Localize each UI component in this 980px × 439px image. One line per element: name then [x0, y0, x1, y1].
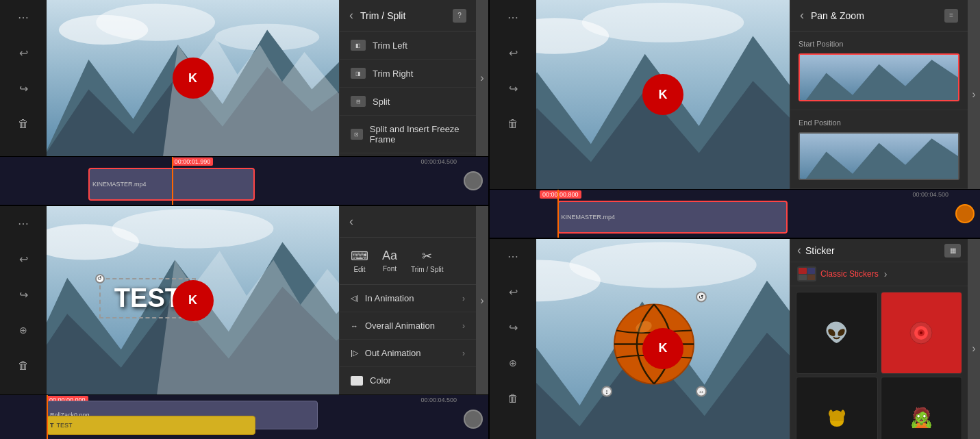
left-bottom-sidebar: ⋯ ↩ ↪ ⊕ 🗑	[0, 206, 47, 394]
back-btn-rt[interactable]: ‹	[800, 8, 804, 23]
delete-rt[interactable]: 🗑	[501, 112, 525, 136]
sticker-panel-header: ‹ Sticker ▦	[790, 239, 968, 262]
tl-text-indicator: T	[50, 422, 54, 429]
redo-lb[interactable]: ↪	[12, 283, 35, 306]
sticker-panel: ‹ Sticker ▦ Classic Stickers	[790, 239, 968, 439]
playhead-lt	[172, 157, 173, 205]
add-lb[interactable]: ⊕	[12, 318, 35, 342]
sticker-zombie[interactable]: 🧟	[881, 377, 963, 440]
right-top-section: ⋯ ↩ ↪ 🗑	[490, 0, 980, 189]
undo-icon[interactable]: ↩	[12, 41, 35, 64]
pan-zoom-panel: ‹ Pan & Zoom = Start Position	[790, 0, 968, 189]
sticker-category-row: Classic Stickers ›	[790, 262, 968, 286]
right-bottom-sidebar: ⋯ ↩ ↪ ⊕ 🗑	[490, 239, 536, 439]
sticker-handle-bl[interactable]: ↕	[601, 386, 612, 397]
category-label: Classic Stickers	[820, 269, 879, 279]
start-position-section: Start Position	[790, 32, 968, 110]
tl-time-right: 00:00:04.500	[420, 158, 457, 165]
pz-options-icon[interactable]: =	[944, 9, 958, 23]
category-chevron[interactable]: ›	[884, 268, 888, 279]
svg-point-34	[920, 331, 922, 334]
tl-clip-rt[interactable]: KINEMASTER.mp4	[557, 201, 788, 234]
sticker-handle-br[interactable]: ↔	[696, 386, 707, 397]
more-rt[interactable]: ⋯	[501, 5, 525, 29]
trim-right-item[interactable]: ◨ Trim Right	[340, 60, 476, 88]
right-arrow-rt[interactable]: ›	[968, 0, 980, 189]
delete-lb[interactable]: 🗑	[12, 354, 35, 377]
delete-rb[interactable]: 🗑	[501, 387, 525, 410]
trim-left-item[interactable]: ◧ Trim Left	[340, 32, 476, 60]
start-pos-thumbnail[interactable]	[799, 53, 959, 101]
right-bottom-section: ⋯ ↩ ↪ ⊕ 🗑	[490, 238, 980, 439]
rotate-handle-tl[interactable]: ↺	[95, 274, 105, 284]
trim-split-title: Trim / Split	[360, 10, 405, 21]
undo-rb[interactable]: ↩	[501, 280, 525, 303]
font-icon: Aa	[382, 249, 397, 263]
playhead-lb	[47, 395, 48, 439]
left-bottom-timeline: 00:00:00.000 00:00:04.500 RollZack0.png …	[0, 394, 488, 439]
in-animation-item[interactable]: ◁| In Animation	[340, 285, 476, 312]
start-pos-svg	[800, 55, 958, 100]
svg-point-24	[569, 242, 756, 288]
back-button-lt[interactable]: ‹	[349, 8, 353, 23]
scissors-icon: ✂	[422, 249, 432, 264]
add-rb[interactable]: ⊕	[501, 351, 525, 375]
more-rb[interactable]: ⋯	[501, 244, 525, 268]
split-item[interactable]: ⊟ Split	[340, 88, 476, 116]
out-anim-arrow	[462, 349, 465, 358]
tl-clip-lb-text[interactable]: T TEST	[47, 416, 255, 435]
more-options-lb[interactable]: ⋯	[12, 212, 35, 235]
trim-toolbar-btn[interactable]: ✂ Trim / Split	[405, 244, 449, 277]
overall-anim-icon: ↔	[351, 322, 358, 330]
back-btn-sticker[interactable]: ‹	[797, 243, 801, 258]
out-anim-icon: |▷	[351, 349, 358, 358]
tl-time-lb-right: 00:00:04.500	[420, 397, 457, 403]
timeline-circle-lb[interactable]	[464, 410, 483, 429]
svg-point-9	[112, 209, 274, 249]
edit-toolbar-btn[interactable]: ⌨ Edit	[345, 244, 374, 277]
edit-icon: ⌨	[351, 249, 368, 264]
timeline-circle-lt[interactable]	[464, 171, 483, 190]
help-icon[interactable]: ?	[453, 9, 466, 23]
sticker-alien[interactable]: 👽	[796, 292, 878, 374]
split-freeze-item[interactable]: ⊡ Split and Insert Freeze Frame	[340, 116, 476, 153]
undo-lb[interactable]: ↩	[12, 247, 35, 271]
kinemaster-logo-lt: K	[173, 58, 214, 99]
kinemaster-logo-lb: K	[173, 280, 214, 321]
tl-time-rt-right: 00:00:04.500	[912, 191, 948, 198]
tl-track-rt: 00:00:00.800 00:00:04.500 KINEMASTER.mp4	[536, 190, 955, 238]
overall-animation-item[interactable]: ↔ Overall Animation	[340, 312, 476, 340]
trim-left-icon: ◧	[351, 40, 366, 51]
end-pos-label: End Position	[799, 118, 959, 127]
in-anim-arrow	[462, 294, 465, 303]
split-freeze-icon: ⊡	[351, 129, 363, 140]
redo-rb[interactable]: ↪	[501, 316, 525, 339]
tl-track-lt: 00:00:01.990 00:00:04.500 KINEMASTER.mp4	[47, 157, 464, 205]
end-pos-svg	[800, 134, 958, 179]
right-arrow-lb[interactable]: ›	[476, 206, 488, 394]
trim-split-panel: ‹ Trim / Split ? ◧ Trim Left ◨ Trim Righ…	[339, 0, 476, 156]
out-animation-item[interactable]: |▷ Out Animation	[340, 340, 476, 367]
mountain-bg-left-top: K	[47, 0, 339, 156]
timeline-circle-rt[interactable]	[955, 204, 975, 223]
redo-icon[interactable]: ↪	[12, 77, 35, 100]
sticker-title: Sticker	[805, 245, 835, 256]
right-arrow-lt[interactable]: ›	[476, 0, 488, 156]
end-pos-thumbnail[interactable]	[799, 132, 959, 180]
right-half: ⋯ ↩ ↪ 🗑	[490, 0, 980, 439]
more-options-icon[interactable]: ⋯	[12, 5, 35, 29]
delete-icon[interactable]: 🗑	[12, 112, 35, 136]
back-button-lb[interactable]: ‹	[349, 214, 353, 229]
undo-rt[interactable]: ↩	[501, 41, 525, 64]
right-arrow-rb[interactable]: ›	[968, 239, 980, 439]
font-toolbar-btn[interactable]: Aa Font	[377, 244, 403, 277]
main-container: ⋯ ↩ ↪ 🗑	[0, 0, 980, 439]
sticker-options-icon[interactable]: ▦	[944, 244, 961, 258]
test-text: TEST	[114, 284, 181, 313]
color-item[interactable]: Color	[340, 367, 476, 394]
sticker-hair[interactable]	[796, 377, 878, 440]
redo-rt[interactable]: ↪	[501, 77, 525, 100]
sticker-handle-tr[interactable]: ↺	[696, 291, 707, 302]
sticker-target[interactable]	[881, 292, 963, 374]
kinemaster-logo-rt: K	[642, 74, 683, 115]
